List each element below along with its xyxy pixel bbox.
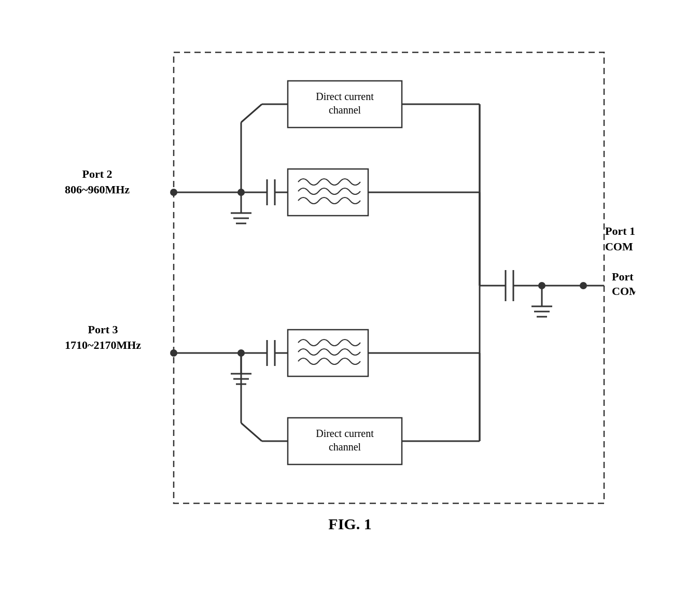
svg-text:channel: channel — [329, 104, 361, 116]
svg-rect-25 — [288, 330, 368, 376]
svg-text:channel: channel — [329, 441, 361, 453]
diagram-container: Port 2 806~960MHz Port 3 1710~2170MHz Po… — [65, 32, 635, 576]
svg-rect-15 — [288, 169, 368, 216]
svg-line-28 — [241, 423, 262, 441]
svg-line-4 — [241, 104, 262, 122]
svg-text:FIG. 1: FIG. 1 — [328, 515, 371, 532]
circuit-diagram: Direct current channel — [65, 32, 635, 550]
svg-text:Direct current: Direct current — [316, 91, 374, 102]
svg-text:Port 1: Port 1 — [612, 270, 635, 283]
svg-text:COM: COM — [612, 285, 635, 298]
svg-text:Direct current: Direct current — [316, 428, 374, 439]
